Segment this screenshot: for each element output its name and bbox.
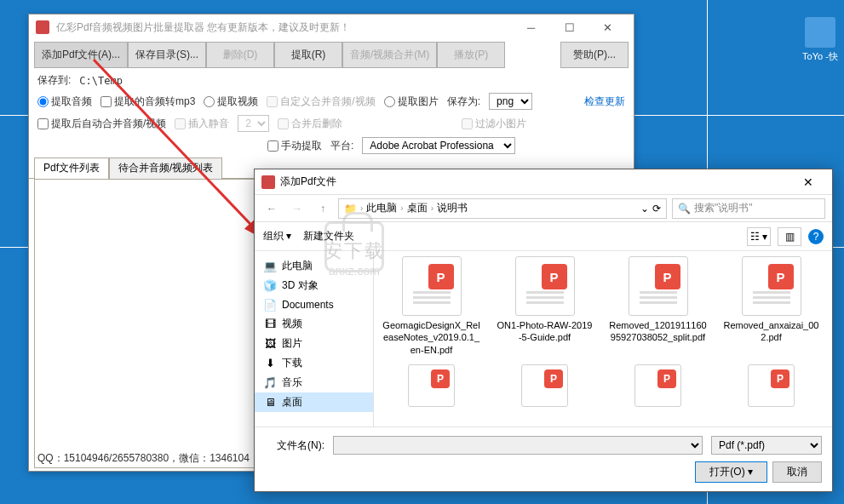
view-mode-button[interactable]: ☷ ▾ [747, 227, 771, 246]
play-button[interactable]: 播放(P) [437, 42, 505, 68]
sidebar-item-下载[interactable]: ⬇下载 [255, 353, 373, 373]
file-name: GeomagicDesignX_ReleaseNotes_v2019.0.1_e… [382, 319, 480, 356]
sidebar-item-Documents[interactable]: 📄Documents [255, 295, 373, 314]
save-as-label: 保存为: [447, 94, 480, 109]
sidebar-item-图片[interactable]: 🖼图片 [255, 334, 373, 353]
nav-up-button[interactable]: ↑ [313, 198, 333, 219]
audio-mp3-check[interactable]: 提取的音频转mp3 [100, 94, 195, 109]
desktop-shortcut-label: ToYo -快 [800, 50, 841, 63]
extract-button[interactable]: 提取(R) [274, 42, 342, 68]
close-button[interactable]: ✕ [589, 15, 627, 39]
search-input[interactable]: 🔍 搜索"说明书" [672, 198, 825, 219]
sidebar-item-label: 图片 [282, 336, 302, 351]
sidebar-item-视频[interactable]: 🎞视频 [255, 314, 373, 334]
maximize-button[interactable]: ☐ [550, 15, 589, 39]
file-item[interactable]: PON1-Photo-RAW-2019-5-Guide.pdf [496, 256, 594, 356]
sidebar-item-icon: ⬇ [263, 357, 277, 370]
nav-back-button[interactable]: ← [261, 198, 282, 219]
sidebar-item-icon: 🖼 [263, 337, 277, 351]
pdf-icon: P [521, 364, 568, 407]
sidebar-item-icon: 🧊 [263, 279, 277, 293]
sidebar-item-label: 此电脑 [282, 259, 313, 273]
dialog-close-button[interactable]: ✕ [791, 171, 825, 193]
file-open-dialog: 添加Pdf文件 ✕ ← → ↑ 📁 › 此电脑 › 桌面 › 说明书 ⌄ ⟳ 🔍… [254, 169, 833, 492]
file-item[interactable]: P [722, 364, 820, 410]
image-format-select[interactable]: png [489, 93, 532, 110]
sidebar-item-label: 3D 对象 [282, 278, 319, 293]
pdf-icon: P [515, 256, 575, 316]
check-update-link[interactable]: 检查更新 [584, 94, 625, 109]
auto-merge-check[interactable]: 提取后自动合并音频/视频 [37, 117, 166, 131]
sidebar-item-label: 音乐 [282, 375, 302, 390]
platform-select[interactable]: Adobe Acrobat Professiona [362, 137, 515, 154]
app-icon [36, 20, 49, 34]
add-pdf-button[interactable]: 添加Pdf文件(A)... [34, 42, 128, 68]
sidebar-item-桌面[interactable]: 🖥桌面 [255, 392, 373, 412]
file-name: Removed_anxaizai_002.pdf [722, 319, 820, 344]
extract-image-radio[interactable]: 提取图片 [384, 94, 439, 109]
sponsor-button[interactable]: 赞助(P)... [560, 42, 629, 68]
dialog-footer: 文件名(N): Pdf (*.pdf) 打开(O) ▾ 取消 [255, 427, 832, 491]
sidebar-item-3D 对象[interactable]: 🧊3D 对象 [255, 276, 373, 295]
platform-label: 平台: [330, 139, 353, 153]
sidebar-item-icon: 📄 [263, 298, 277, 312]
help-button[interactable]: ? [808, 229, 824, 244]
file-item[interactable]: PRemoved_anxaizai_002.pdf [722, 256, 820, 356]
sidebar-item-此电脑[interactable]: 💻此电脑 [255, 256, 373, 276]
file-item[interactable]: PRemoved_120191116095927038052_split.pdf [609, 256, 707, 356]
crumb-0[interactable]: 此电脑 [366, 201, 397, 215]
dialog-icon [261, 175, 275, 189]
crumb-2[interactable]: 说明书 [437, 201, 468, 215]
pdf-icon: P [402, 256, 462, 316]
sidebar-item-label: 桌面 [282, 395, 302, 410]
file-item[interactable]: PGeomagicDesignX_ReleaseNotes_v2019.0.1_… [382, 256, 480, 356]
dialog-nav: ← → ↑ 📁 › 此电脑 › 桌面 › 说明书 ⌄ ⟳ 🔍 搜索"说明书" [255, 195, 832, 222]
pdf-icon: P [634, 364, 681, 407]
sidebar-item-label: Documents [282, 299, 334, 311]
dialog-titlebar: 添加Pdf文件 ✕ [255, 169, 832, 195]
sidebar-item-label: 下载 [282, 356, 302, 370]
dialog-sidebar: 💻此电脑🧊3D 对象📄Documents🎞视频🖼图片⬇下载🎵音乐🖥桌面 [255, 251, 374, 427]
tab-file-list[interactable]: Pdf文件列表 [34, 158, 109, 179]
new-folder-button[interactable]: 新建文件夹 [303, 229, 354, 243]
tab-pending-merge[interactable]: 待合并音频/视频列表 [109, 158, 222, 179]
delete-after-merge-check: 合并后删除 [278, 117, 342, 131]
filetype-filter[interactable]: Pdf (*.pdf) [711, 436, 822, 455]
filename-input[interactable] [333, 436, 703, 455]
window-title: 亿彩Pdf音频视频图片批量提取器 您有更新版本，建议及时更新！ [56, 20, 512, 35]
organize-menu[interactable]: 组织 ▾ [263, 229, 291, 243]
preview-pane-button[interactable]: ▥ [778, 227, 801, 246]
file-name: Removed_120191116095927038052_split.pdf [609, 319, 707, 344]
pdf-icon: P [408, 364, 455, 407]
file-item[interactable]: P [609, 364, 707, 410]
save-dir-button[interactable]: 保存目录(S)... [128, 42, 206, 68]
file-item[interactable]: P [496, 364, 594, 410]
main-toolbar: 添加Pdf文件(A)... 保存目录(S)... 删除(D) 提取(R) 音频/… [29, 40, 634, 70]
sidebar-item-音乐[interactable]: 🎵音乐 [255, 373, 373, 392]
silence-seconds: 2 [238, 115, 269, 132]
minimize-button[interactable]: ─ [512, 15, 550, 39]
merge-button[interactable]: 音频/视频合并(M) [342, 42, 437, 68]
extract-video-radio[interactable]: 提取视频 [204, 94, 258, 109]
search-icon: 🔍 [678, 203, 691, 215]
file-item[interactable]: P [382, 364, 480, 410]
desktop-shortcut[interactable]: ToYo -快 [800, 17, 841, 63]
cancel-button[interactable]: 取消 [772, 461, 822, 483]
options-bar: 保存到: C:\Temp 提取音频 提取的音频转mp3 提取视频 自定义合并音频… [29, 70, 634, 158]
extract-audio-radio[interactable]: 提取音频 [37, 94, 92, 109]
breadcrumb[interactable]: 📁 › 此电脑 › 桌面 › 说明书 ⌄ ⟳ [338, 198, 667, 219]
open-button[interactable]: 打开(O) ▾ [695, 461, 767, 483]
sidebar-item-icon: 🖥 [263, 396, 277, 410]
insert-silence-check: 插入静音 [175, 117, 229, 131]
dialog-toolbar: 组织 ▾ 新建文件夹 ☷ ▾ ▥ ? [255, 222, 832, 251]
refresh-icon[interactable]: ⟳ [652, 203, 661, 215]
save-to-label: 保存到: [37, 73, 71, 88]
delete-button[interactable]: 删除(D) [206, 42, 274, 68]
breadcrumb-dropdown-icon[interactable]: ⌄ [640, 203, 649, 215]
crumb-1[interactable]: 桌面 [407, 201, 428, 215]
folder-icon: 📁 [344, 203, 357, 215]
search-placeholder: 搜索"说明书" [694, 201, 753, 215]
filter-small-check: 过滤小图片 [462, 117, 526, 131]
nav-forward-button[interactable]: → [287, 198, 307, 219]
manual-extract-check[interactable]: 手动提取 [267, 139, 322, 153]
